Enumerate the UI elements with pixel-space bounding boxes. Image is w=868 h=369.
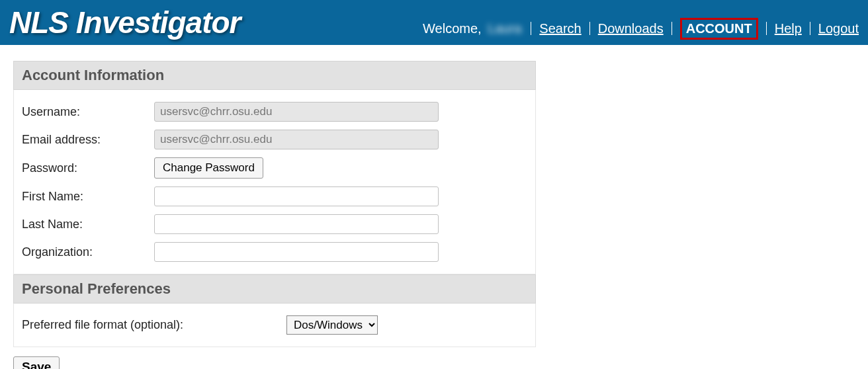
account-form: Username: Email address: Password: Chang…: [13, 90, 536, 274]
nav-downloads[interactable]: Downloads: [598, 21, 664, 36]
row-username: Username:: [22, 98, 527, 126]
input-email: [154, 130, 439, 149]
label-organization: Organization:: [22, 245, 154, 259]
input-first-name[interactable]: [154, 186, 439, 206]
row-first-name: First Name:: [22, 183, 527, 210]
label-password: Password:: [22, 161, 154, 175]
save-button[interactable]: Save: [13, 356, 60, 369]
main-container: Account Information Username: Email addr…: [0, 45, 549, 369]
app-header: NLS Investigator Welcome, Laura Search D…: [0, 0, 868, 45]
input-last-name[interactable]: [154, 214, 439, 234]
nav-separator: [531, 22, 531, 35]
nav-separator: [766, 22, 767, 35]
row-file-format: Preferred file format (optional): Dos/Wi…: [22, 311, 527, 339]
top-nav: Welcome, Laura Search Downloads ACCOUNT …: [423, 6, 859, 40]
welcome-prefix: Welcome,: [423, 21, 482, 36]
nav-separator: [589, 22, 590, 35]
row-last-name: Last Name:: [22, 210, 527, 238]
change-password-button[interactable]: Change Password: [154, 157, 263, 179]
nav-separator: [672, 22, 672, 35]
welcome-username: Laura: [488, 21, 521, 36]
input-username: [154, 102, 439, 122]
row-email: Email address:: [22, 126, 527, 153]
app-logo: NLS Investigator: [9, 5, 241, 40]
section-account-info: Account Information: [13, 61, 536, 90]
welcome-text: Welcome, Laura: [423, 21, 523, 36]
label-email: Email address:: [22, 133, 154, 147]
row-organization: Organization:: [22, 238, 527, 266]
select-file-format[interactable]: Dos/Windows: [286, 315, 378, 335]
row-password: Password: Change Password: [22, 153, 527, 183]
nav-account[interactable]: ACCOUNT: [680, 18, 758, 40]
nav-help[interactable]: Help: [775, 21, 802, 36]
label-file-format: Preferred file format (optional):: [22, 318, 286, 332]
input-organization[interactable]: [154, 242, 439, 262]
label-first-name: First Name:: [22, 190, 154, 204]
nav-search[interactable]: Search: [539, 21, 581, 36]
nav-separator: [810, 22, 810, 35]
label-username: Username:: [22, 105, 154, 119]
prefs-form: Preferred file format (optional): Dos/Wi…: [13, 304, 536, 347]
label-last-name: Last Name:: [22, 218, 154, 231]
nav-logout[interactable]: Logout: [818, 21, 859, 36]
section-personal-prefs: Personal Preferences: [13, 274, 536, 304]
